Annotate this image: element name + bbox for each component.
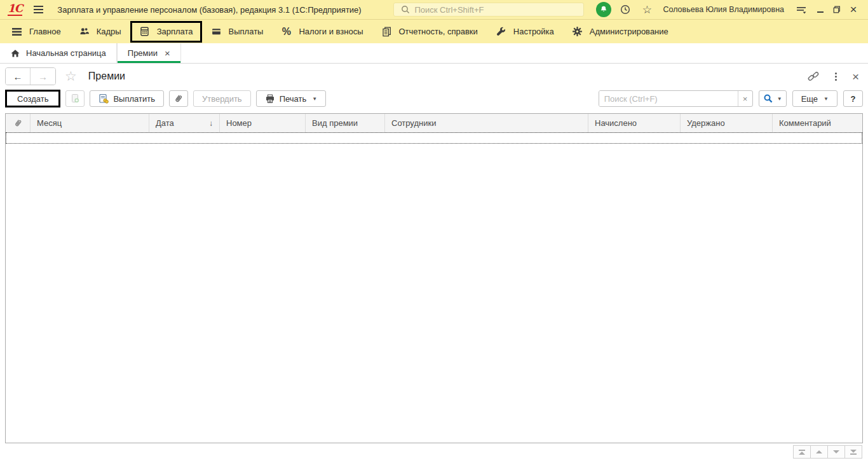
- sort-descending-icon: ↓: [209, 119, 213, 128]
- list-search-input[interactable]: [599, 91, 738, 106]
- history-icon[interactable]: [618, 2, 633, 17]
- copy-document-icon: [71, 93, 80, 104]
- global-search-box[interactable]: [393, 3, 584, 17]
- percent-icon: %: [281, 26, 292, 37]
- section-vyplaty[interactable]: Выплаты: [202, 21, 273, 43]
- column-employees[interactable]: Сотрудники: [385, 114, 588, 132]
- close-form-icon[interactable]: ×: [852, 71, 859, 83]
- notifications-icon[interactable]: [596, 2, 611, 17]
- nav-back-button[interactable]: ←: [6, 68, 31, 85]
- pay-button-label: Выплатить: [113, 94, 155, 104]
- create-by-copy-button[interactable]: [65, 90, 85, 107]
- nav-forward-button[interactable]: →: [31, 68, 55, 85]
- minimize-button[interactable]: [812, 2, 829, 17]
- premii-list-table[interactable]: Месяц Дата ↓ Номер Вид премии Сотрудники…: [5, 113, 863, 443]
- section-label: Зарплата: [157, 27, 193, 36]
- section-otchetnost[interactable]: Отчетность, справки: [372, 21, 487, 43]
- section-label: Настройка: [513, 27, 554, 36]
- column-number[interactable]: Номер: [220, 114, 306, 132]
- section-label: Налоги и взносы: [299, 27, 363, 36]
- global-search-input[interactable]: [414, 5, 580, 15]
- search-settings-icon: [763, 93, 773, 104]
- menu-bars-icon: [11, 26, 22, 37]
- paperclip-icon: [173, 93, 184, 104]
- list-toolbar: Создать Выплатить Утвердить Печать ▼: [0, 89, 868, 113]
- tab-premii-active[interactable]: Премии ×: [117, 43, 181, 63]
- main-menu-icon[interactable]: [34, 6, 43, 13]
- attachments-button[interactable]: [169, 90, 188, 107]
- scroll-down-button[interactable]: [827, 445, 845, 459]
- help-button[interactable]: ?: [843, 90, 863, 107]
- wrench-icon: [496, 26, 506, 37]
- restore-button[interactable]: [829, 2, 845, 17]
- print-button-label: Печать: [280, 94, 307, 104]
- open-windows-tabbar: Начальная страница Премии ×: [0, 43, 868, 64]
- tab-label: Премии: [128, 48, 158, 58]
- people-icon: [79, 26, 90, 37]
- home-icon: [10, 48, 20, 58]
- printer-icon: [265, 94, 275, 104]
- more-actions-button[interactable]: Еще ▼: [792, 90, 837, 107]
- more-button-label: Еще: [801, 94, 818, 104]
- section-label: Выплаты: [229, 27, 264, 36]
- section-zarplata-highlighted[interactable]: Зарплата: [130, 21, 202, 43]
- gear-icon: [572, 26, 583, 37]
- pay-document-icon: [98, 93, 109, 104]
- section-kadry[interactable]: Кадры: [70, 21, 130, 43]
- column-withheld[interactable]: Удержано: [681, 114, 773, 132]
- column-comment[interactable]: Комментарий: [773, 114, 862, 132]
- column-bonus-kind[interactable]: Вид премии: [306, 114, 385, 132]
- window-titlebar: 1С Зарплата и управление персоналом (баз…: [0, 0, 868, 19]
- clear-search-icon[interactable]: ×: [738, 91, 752, 106]
- close-window-button[interactable]: ×: [845, 2, 862, 17]
- report-pages-icon: [381, 26, 392, 37]
- section-label: Отчетность, справки: [399, 27, 478, 36]
- section-nastroyka[interactable]: Настройка: [487, 21, 563, 43]
- section-label: Кадры: [97, 27, 121, 36]
- get-link-icon[interactable]: [807, 71, 820, 82]
- tab-home[interactable]: Начальная страница: [0, 43, 117, 63]
- favorites-star-icon[interactable]: ☆: [639, 2, 654, 17]
- section-nalogi[interactable]: % Налоги и взносы: [272, 21, 372, 43]
- chevron-down-icon: ▼: [312, 96, 317, 102]
- 1c-logo: 1С: [8, 3, 22, 16]
- current-user-name[interactable]: Соловьева Юлия Владимировна: [663, 5, 784, 14]
- section-label: Администрирование: [590, 27, 668, 36]
- column-label: Дата: [156, 118, 174, 128]
- section-glavnoe[interactable]: Главное: [3, 21, 70, 43]
- service-menu-icon[interactable]: [794, 2, 809, 17]
- pay-button[interactable]: Выплатить: [90, 90, 164, 107]
- column-month[interactable]: Месяц: [31, 114, 149, 132]
- approve-button[interactable]: Утвердить: [193, 90, 251, 107]
- form-footer: [0, 443, 868, 463]
- section-label: Главное: [29, 27, 61, 36]
- form-header: ← → ☆ Премии ×: [0, 64, 868, 89]
- advanced-search-button[interactable]: ▼: [759, 90, 787, 107]
- column-attachments[interactable]: [6, 114, 31, 132]
- page-title: Премии: [88, 71, 125, 82]
- scroll-up-button[interactable]: [810, 445, 828, 459]
- column-date-sorted[interactable]: Дата ↓: [149, 114, 220, 132]
- chevron-down-icon: ▼: [824, 96, 829, 102]
- print-button[interactable]: Печать ▼: [256, 90, 327, 107]
- calculator-icon: [139, 26, 150, 37]
- create-button[interactable]: Создать: [5, 90, 60, 107]
- search-icon: [398, 2, 413, 17]
- tab-close-icon[interactable]: ×: [165, 48, 170, 58]
- form-premii: ← → ☆ Премии × Создать Выплатить: [0, 64, 868, 463]
- tab-label: Начальная страница: [26, 48, 106, 58]
- table-header-row: Месяц Дата ↓ Номер Вид премии Сотрудники…: [6, 114, 862, 133]
- current-row-focus-rect[interactable]: [6, 132, 862, 144]
- scroll-to-bottom-button[interactable]: [844, 445, 862, 459]
- more-options-icon[interactable]: [834, 71, 838, 82]
- table-body-empty[interactable]: [6, 144, 862, 443]
- column-accrued[interactable]: Начислено: [588, 114, 681, 132]
- scroll-to-top-button[interactable]: [793, 445, 811, 459]
- sections-panel: Главное Кадры Зарплата Выплаты % Налоги …: [0, 19, 868, 43]
- section-administrirovanie[interactable]: Администрирование: [563, 21, 677, 43]
- add-favorite-star-icon[interactable]: ☆: [65, 69, 77, 84]
- list-search-box[interactable]: ×: [599, 90, 753, 107]
- app-title: Зарплата и управление персоналом (базова…: [57, 5, 361, 15]
- bank-card-icon: [211, 26, 222, 37]
- paperclip-icon: [13, 118, 23, 128]
